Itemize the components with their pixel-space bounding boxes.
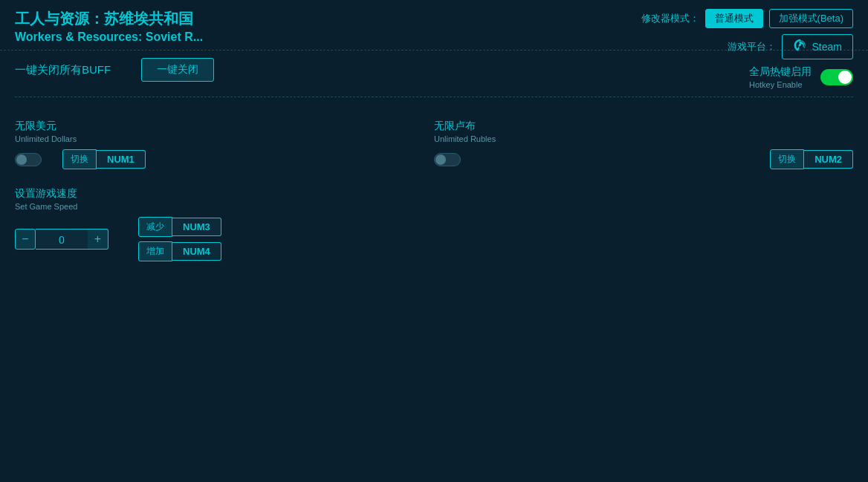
unlimited-dollars-knob	[16, 154, 27, 165]
header-right: 修改器模式： 普通模式 加强模式(Beta) 游戏平台： Steam	[641, 9, 853, 59]
mode-enhanced-button[interactable]: 加强模式(Beta)	[769, 9, 853, 28]
steam-button[interactable]: Steam	[782, 34, 853, 59]
game-speed-value: 0	[36, 229, 88, 250]
close-all-buff-button[interactable]: 一键关闭	[141, 58, 214, 82]
unlimited-dollars-controls: 切换 NUM1	[15, 149, 434, 169]
unlimited-dollars-key-label: NUM1	[97, 150, 146, 169]
game-speed-increase-key-label: NUM4	[172, 242, 221, 261]
unlimited-rubles-option: 无限卢布 Unlimited Rubles 切换 NUM2	[434, 120, 853, 169]
unlimited-rubles-toggle[interactable]	[434, 153, 461, 166]
mode-normal-button[interactable]: 普通模式	[705, 9, 763, 28]
unlimited-rubles-knob	[435, 154, 446, 165]
game-speed-decrease-key-group: 减少 NUM3	[138, 217, 221, 237]
unlimited-dollars-switch-btn[interactable]: 切换	[62, 149, 97, 169]
buff-row: 一键关闭所有BUFF 一键关闭	[15, 58, 853, 97]
game-speed-decrease-btn[interactable]: −	[15, 229, 36, 250]
set-game-speed-option: 设置游戏速度 Set Game Speed − 0 + 减少 NUM3	[15, 187, 434, 261]
unlimited-dollars-en: Unlimited Dollars	[15, 134, 434, 143]
unlimited-rubles-controls: 切换 NUM2	[434, 149, 853, 169]
steam-label: Steam	[812, 41, 842, 53]
hotkey-toggle[interactable]	[820, 69, 853, 85]
unlimited-dollars-option: 无限美元 Unlimited Dollars 切换 NUM1	[15, 120, 434, 169]
game-speed-stepper: − 0 +	[15, 229, 108, 250]
hotkey-row: 全局热键启用 Hotkey Enable	[749, 65, 853, 89]
set-game-speed-en: Set Game Speed	[15, 202, 434, 211]
set-game-speed-cn: 设置游戏速度	[15, 187, 434, 201]
game-speed-keys: 减少 NUM3 增加 NUM4	[123, 217, 221, 261]
hotkey-labels: 全局热键启用 Hotkey Enable	[749, 65, 812, 89]
buff-label: 一键关闭所有BUFF	[15, 63, 126, 77]
unlimited-dollars-toggle[interactable]	[15, 153, 42, 166]
unlimited-rubles-en: Unlimited Rubles	[434, 134, 853, 143]
hotkey-label-en: Hotkey Enable	[749, 80, 812, 89]
hotkey-label-cn: 全局热键启用	[749, 65, 812, 79]
set-game-speed-controls: − 0 + 减少 NUM3 增加 NUM4	[15, 217, 434, 261]
steam-icon	[793, 38, 808, 56]
game-speed-decrease-switch-btn[interactable]: 减少	[138, 217, 172, 237]
content: 一键关闭所有BUFF 一键关闭 无限美元 Unlimited Dollars 切…	[0, 51, 868, 294]
unlimited-rubles-cn: 无限卢布	[434, 120, 853, 133]
options-left: 无限美元 Unlimited Dollars 切换 NUM1 设置游戏速度 Se…	[15, 120, 434, 279]
options-right: 无限卢布 Unlimited Rubles 切换 NUM2	[434, 120, 853, 279]
hotkey-section: 全局热键启用 Hotkey Enable	[749, 65, 853, 89]
unlimited-dollars-cn: 无限美元	[15, 120, 434, 133]
hotkey-toggle-knob	[838, 71, 852, 84]
unlimited-rubles-key-label: NUM2	[804, 150, 853, 169]
game-speed-increase-btn[interactable]: +	[88, 229, 108, 250]
unlimited-dollars-key-group: 切换 NUM1	[62, 149, 146, 169]
options-area: 无限美元 Unlimited Dollars 切换 NUM1 设置游戏速度 Se…	[15, 120, 853, 279]
platform-row: 游戏平台： Steam	[728, 34, 853, 59]
game-speed-increase-key-group: 增加 NUM4	[138, 241, 221, 261]
mode-row: 修改器模式： 普通模式 加强模式(Beta)	[641, 9, 853, 28]
unlimited-rubles-key-group: 切换 NUM2	[770, 149, 853, 169]
mode-label: 修改器模式：	[641, 12, 699, 25]
unlimited-rubles-switch-btn[interactable]: 切换	[770, 149, 804, 169]
game-speed-decrease-key-label: NUM3	[172, 218, 221, 236]
platform-label: 游戏平台：	[728, 40, 776, 53]
game-speed-increase-switch-btn[interactable]: 增加	[138, 241, 172, 261]
